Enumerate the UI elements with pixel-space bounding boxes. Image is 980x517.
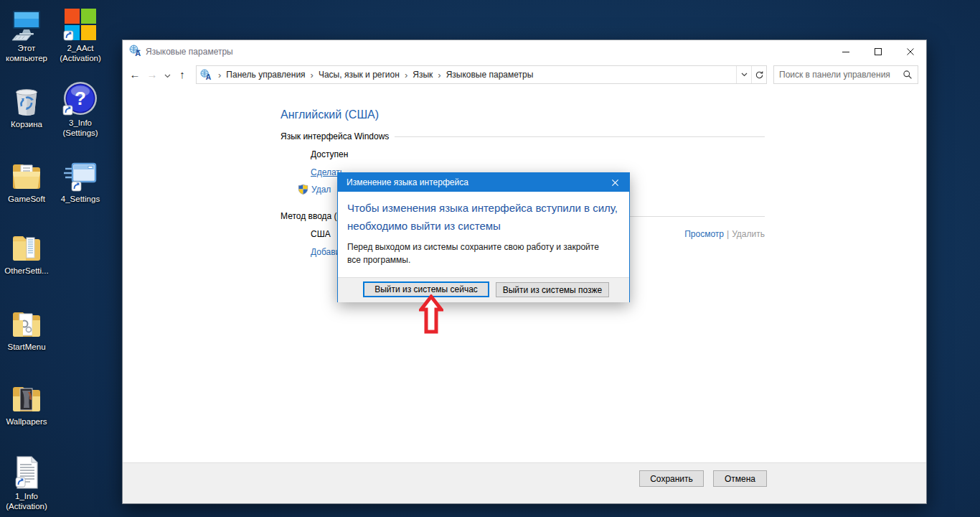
breadcrumb-language[interactable]: Язык <box>411 70 434 80</box>
remove-language-row: Удал <box>298 184 331 195</box>
svg-text:A: A <box>206 73 212 80</box>
dialog-title: Изменение языка интерфейса <box>347 177 468 187</box>
desktop-icon-wallpapers[interactable]: Wallpapers <box>0 379 53 427</box>
desktop-icon-label: 3_Info (Settings) <box>54 118 107 138</box>
preview-link[interactable]: Просмотр <box>684 229 724 239</box>
window-footer: Сохранить Отмена <box>123 462 926 503</box>
dialog-footer: Выйти из системы сейчас Выйти из системы… <box>338 277 629 302</box>
desktop-icon-gamesoft[interactable]: GameSoft <box>0 157 53 205</box>
red-arrow-annotation <box>419 294 443 335</box>
breadcrumb-clock-language-region[interactable]: Часы, язык и регион <box>317 70 401 80</box>
desktop-icon-label: Этот компьютер <box>0 44 53 63</box>
text-document-icon <box>9 454 44 490</box>
svg-text:?: ? <box>75 88 86 109</box>
recent-pages-chevron-icon[interactable] <box>161 68 174 80</box>
desktop-icon-3-info[interactable]: ? 3_Info (Settings) <box>54 80 107 138</box>
links-separator: | <box>724 229 732 239</box>
section-rule <box>395 136 765 137</box>
breadcrumb-separator: › <box>307 70 317 80</box>
cancel-button[interactable]: Отмена <box>713 470 767 487</box>
remove-language-link[interactable]: Удал <box>311 185 331 195</box>
breadcrumb-language-settings[interactable]: Языковые параметры <box>445 70 535 80</box>
folder-document-icon <box>9 228 44 264</box>
desktop-icon-othersettings[interactable]: OtherSetti... <box>0 228 53 276</box>
shortcut-arrow-overlay <box>16 478 25 487</box>
folder-image-icon <box>9 379 44 415</box>
desktop-icon-recycle-bin[interactable]: Корзина <box>0 82 53 130</box>
log-off-later-button[interactable]: Выйти из системы позже <box>496 282 609 297</box>
desktop-icon-4-settings[interactable]: 4_Settings <box>54 157 107 205</box>
desktop-icon-label: Корзина <box>11 120 42 130</box>
address-bar[interactable]: A › Панель управления › Часы, язык и рег… <box>196 65 767 84</box>
section-label: Язык интерфейса Windows <box>281 131 389 141</box>
add-input-method-link[interactable]: Добави <box>311 247 340 257</box>
app-window-icon <box>62 157 98 192</box>
windows-logo-icon <box>62 6 98 42</box>
desktop-icon-label: GameSoft <box>8 195 45 205</box>
save-button[interactable]: Сохранить <box>639 470 704 487</box>
dialog-close-icon[interactable] <box>600 173 629 192</box>
up-arrow-icon[interactable]: ↑ <box>174 68 191 80</box>
desktop-icon-label: StartMenu <box>7 343 45 353</box>
desktop-icon-label: Wallpapers <box>6 417 47 427</box>
desktop-icon-1-info[interactable]: 1_Info (Activation) <box>0 454 53 511</box>
desktop-icon-this-pc[interactable]: Этот компьютер <box>0 6 53 63</box>
forward-arrow-icon[interactable]: → <box>143 68 161 80</box>
breadcrumb-separator: › <box>215 70 225 80</box>
desktop-icon-label: OtherSetti... <box>4 266 48 276</box>
folder-icon <box>9 157 44 192</box>
navigation-bar: ← → ↑ A › Панель управления › Часы, язык… <box>123 63 926 85</box>
shortcut-arrow-overlay <box>72 182 81 191</box>
minimize-button[interactable] <box>829 40 862 62</box>
computer-icon <box>9 6 44 42</box>
window-title: Языковые параметры <box>146 47 233 57</box>
dialog-main-instruction: Чтобы изменения языка интерфейса вступил… <box>347 199 624 235</box>
desktop-icon-2-aact[interactable]: 2_AAct (Activation) <box>54 6 107 63</box>
page-heading: Английский (США) <box>281 108 379 121</box>
shortcut-arrow-overlay <box>64 31 73 40</box>
language-globe-icon: A <box>200 69 212 80</box>
address-dropdown-chevron-icon[interactable] <box>736 66 751 83</box>
desktop-icon-label: 4_Settings <box>61 195 100 205</box>
search-input[interactable] <box>779 70 903 80</box>
breadcrumb-control-panel[interactable]: Панель управления <box>225 70 306 80</box>
search-box[interactable] <box>773 65 918 84</box>
svg-text:A: A <box>135 49 141 57</box>
back-arrow-icon[interactable]: ← <box>126 68 143 80</box>
desktop-icon-label: 2_AAct (Activation) <box>54 44 107 63</box>
status-available: Доступен <box>311 149 348 159</box>
shortcut-arrow-overlay <box>63 106 72 115</box>
desktop-icon-label: 1_Info (Activation) <box>0 492 53 511</box>
uac-shield-icon <box>298 184 308 195</box>
dialog-body-text: Перед выходом из системы сохраните свою … <box>347 241 614 266</box>
question-badge-icon: ? <box>62 80 98 116</box>
close-button[interactable] <box>894 40 926 62</box>
maximize-button[interactable] <box>862 40 894 62</box>
folder-gear-icon <box>9 304 44 340</box>
delete-link-disabled[interactable]: Удалить <box>732 229 765 239</box>
change-display-language-dialog: Изменение языка интерфейса Чтобы изменен… <box>337 172 630 302</box>
breadcrumb-separator: › <box>434 70 444 80</box>
search-icon[interactable] <box>903 70 913 80</box>
desktop-icon-startmenu[interactable]: StartMenu <box>0 304 53 353</box>
refresh-icon[interactable] <box>751 66 766 83</box>
dialog-titlebar: Изменение языка интерфейса <box>338 173 629 192</box>
section-label: Метод ввода (р <box>281 211 341 221</box>
language-globe-icon: A <box>129 45 141 60</box>
section-display-language: Язык интерфейса Windows <box>281 131 765 141</box>
recycle-bin-icon <box>9 82 44 118</box>
window-titlebar: A Языковые параметры <box>123 40 926 63</box>
breadcrumb-separator: › <box>401 70 411 80</box>
